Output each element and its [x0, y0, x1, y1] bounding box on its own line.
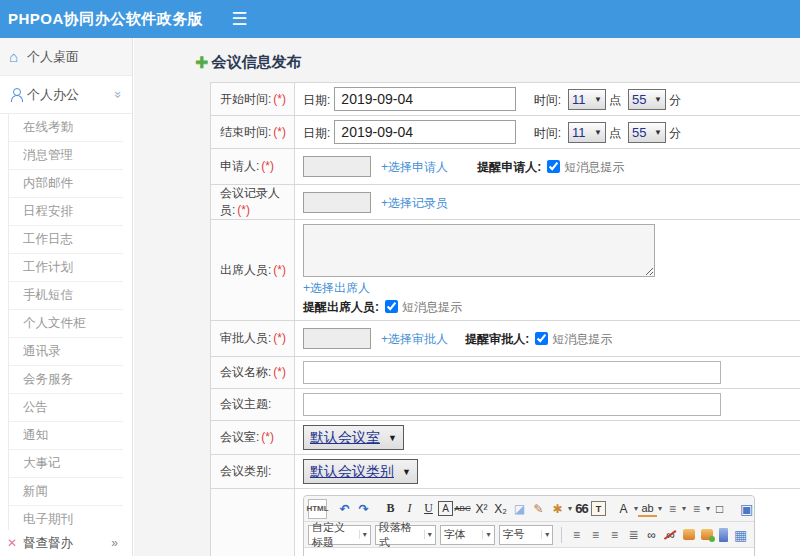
- subscript-button[interactable]: X₂: [491, 499, 510, 519]
- blockquote-button[interactable]: 66: [572, 499, 591, 519]
- attendees-sms-checkbox[interactable]: [385, 300, 398, 313]
- font-family-select[interactable]: 字体▾: [440, 525, 495, 545]
- sidebar-item-schedule[interactable]: 日程安排: [9, 198, 123, 226]
- redo-icon[interactable]: ↷: [354, 499, 373, 519]
- select-value: 自定义标题: [312, 520, 355, 550]
- choose-approver-link[interactable]: +选择审批人: [381, 332, 448, 346]
- sidebar-item-label: 工作计划: [23, 254, 73, 281]
- approver-sms-checkbox[interactable]: [535, 332, 548, 345]
- recorder-input[interactable]: [303, 192, 371, 213]
- sidebar-item-meeting-service[interactable]: 会务服务: [9, 366, 123, 394]
- align-left-icon[interactable]: ≡: [566, 525, 585, 545]
- menu-toggle-icon[interactable]: ☰: [231, 8, 247, 30]
- meeting-category-select[interactable]: 默认会议类别▼: [303, 459, 418, 484]
- sidebar-item-label: 在线考勤: [23, 114, 73, 141]
- page-title-text: 会议信息发布: [211, 53, 301, 72]
- sidebar-item-attendance[interactable]: 在线考勤: [9, 114, 123, 142]
- caret-down-icon: ▼: [594, 128, 602, 137]
- sidebar-item-file-cabinet[interactable]: 个人文件柜: [9, 310, 123, 338]
- attendees-textarea[interactable]: [303, 224, 655, 277]
- sidebar-item-label: 个人办公: [27, 86, 79, 104]
- choose-attendees-link[interactable]: +选择出席人: [303, 281, 370, 295]
- applicant-sms-checkbox[interactable]: [547, 160, 560, 173]
- text-style-button[interactable]: A: [438, 501, 453, 516]
- font-color-button[interactable]: A: [614, 499, 633, 519]
- superscript-button[interactable]: X²: [472, 499, 491, 519]
- unordered-list-button[interactable]: ≡: [686, 499, 705, 519]
- paragraph-format-select[interactable]: 段落格式▾: [375, 525, 436, 545]
- undo-icon[interactable]: ↶: [335, 499, 354, 519]
- page-break-icon[interactable]: [719, 528, 728, 542]
- sidebar-item-personal-office[interactable]: 个人办公 »: [0, 76, 132, 114]
- choose-recorder-link[interactable]: +选择记录员: [381, 196, 448, 210]
- app-window: PHPOA协同办公软件政务版 ☰ ⌂ 个人桌面 个人办公 » 在线考勤 消息管理…: [0, 0, 800, 556]
- start-date-input[interactable]: [334, 87, 516, 111]
- sidebar-item-internal-mail[interactable]: 内部邮件: [9, 170, 123, 198]
- align-center-icon[interactable]: ≡: [585, 525, 604, 545]
- sidebar-item-label: 会务服务: [23, 366, 73, 393]
- page-title: ✚ 会议信息发布: [195, 53, 800, 72]
- bold-button[interactable]: B: [381, 499, 400, 519]
- sidebar-item-desktop[interactable]: ⌂ 个人桌面: [0, 38, 132, 76]
- fullscreen-icon[interactable]: ▣: [737, 499, 756, 519]
- sidebar-item-announcement[interactable]: 公告: [9, 394, 123, 422]
- sidebar-item-notice[interactable]: 通知: [9, 422, 123, 450]
- start-minute-select[interactable]: 55▼: [628, 89, 666, 110]
- italic-button[interactable]: I: [400, 499, 419, 519]
- choose-applicant-link[interactable]: +选择申请人: [381, 160, 448, 174]
- sidebar-item-news[interactable]: 新闻: [9, 478, 123, 506]
- format-brush-icon[interactable]: ✎: [529, 499, 548, 519]
- required-mark: (*): [261, 159, 274, 173]
- required-mark: (*): [273, 365, 286, 379]
- image-icon[interactable]: [683, 529, 695, 540]
- align-justify-icon[interactable]: ≣: [623, 525, 642, 545]
- end-minute-select[interactable]: 55▼: [628, 122, 666, 143]
- field-label: 申请人:: [220, 159, 259, 173]
- format-painter-icon[interactable]: ✱: [548, 499, 567, 519]
- end-date-input[interactable]: [334, 120, 516, 144]
- insert-image-icon[interactable]: [701, 529, 713, 540]
- meeting-subject-input[interactable]: [303, 393, 721, 416]
- align-right-icon[interactable]: ≡: [604, 525, 623, 545]
- hour-value: 11: [572, 125, 586, 140]
- hour-value: 11: [572, 92, 586, 107]
- strikethrough-button[interactable]: ABC: [453, 499, 472, 519]
- start-hour-select[interactable]: 11▼: [568, 89, 606, 110]
- html-source-button[interactable]: HTML: [308, 499, 327, 519]
- sidebar-item-sms[interactable]: 手机短信: [9, 282, 123, 310]
- editor-canvas[interactable]: [304, 548, 754, 556]
- custom-title-select[interactable]: 自定义标题▾: [308, 525, 371, 545]
- sidebar-item-work-plan[interactable]: 工作计划: [9, 254, 123, 282]
- highlight-button[interactable]: ab: [638, 501, 657, 517]
- unlink-icon[interactable]: ∞: [661, 525, 680, 545]
- minute-value: 55: [632, 125, 646, 140]
- required-mark: (*): [273, 263, 286, 277]
- field-label: 出席人员:: [220, 263, 271, 277]
- meeting-name-input[interactable]: [303, 361, 721, 384]
- sidebar-item-contacts[interactable]: 通讯录: [9, 338, 123, 366]
- insert-table-icon[interactable]: ▦: [731, 525, 750, 545]
- sidebar-item-memorabilia[interactable]: 大事记: [9, 450, 123, 478]
- caret-down-icon: ▼: [654, 128, 662, 137]
- new-document-icon[interactable]: □: [710, 499, 729, 519]
- applicant-input[interactable]: [303, 156, 371, 177]
- field-label: 会议主题:: [220, 397, 271, 411]
- sidebar-item-supervision[interactable]: ✕ 督查督办 »: [0, 530, 132, 556]
- required-mark: (*): [273, 92, 286, 106]
- font-size-select[interactable]: 字号▾: [499, 525, 554, 545]
- meeting-room-select[interactable]: 默认会议室▼: [303, 425, 404, 450]
- paste-from-word-icon[interactable]: T: [591, 501, 606, 516]
- sidebar-item-work-log[interactable]: 工作日志: [9, 226, 123, 254]
- eraser-icon[interactable]: ◪: [510, 499, 529, 519]
- approver-input[interactable]: [303, 328, 371, 349]
- chevron-down-icon[interactable]: »: [111, 91, 126, 98]
- date-label: 日期:: [303, 93, 330, 107]
- underline-button[interactable]: U: [419, 499, 438, 519]
- sidebar-item-label: 内部邮件: [23, 170, 73, 197]
- add-icon: ✚: [195, 53, 208, 72]
- end-hour-select[interactable]: 11▼: [568, 122, 606, 143]
- sidebar: ⌂ 个人桌面 个人办公 » 在线考勤 消息管理 内部邮件 日程安排 工作日志 工…: [0, 38, 133, 556]
- sidebar-item-messages[interactable]: 消息管理: [9, 142, 123, 170]
- ordered-list-button[interactable]: ≡: [662, 499, 681, 519]
- link-icon[interactable]: ∞: [642, 525, 661, 545]
